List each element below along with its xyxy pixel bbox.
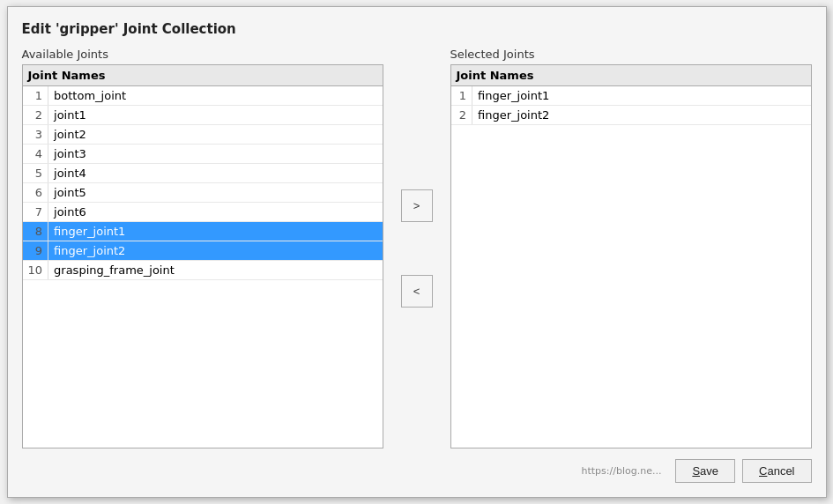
cancel-label: Cancel [759,464,794,478]
available-joint-row[interactable]: 10grasping_frame_joint [23,261,383,280]
selected-joint-row[interactable]: 2finger_joint2 [451,106,811,125]
joint-name: bottom_joint [48,86,383,106]
joint-name: joint1 [48,106,383,125]
available-joint-row[interactable]: 6joint5 [23,183,383,203]
selected-joint-row[interactable]: 1finger_joint1 [451,86,811,106]
joint-name: finger_joint1 [472,86,811,106]
dialog-title: Edit 'gripper' Joint Collection [22,21,812,37]
transfer-buttons-container: > < [390,48,443,448]
available-joint-row[interactable]: 8finger_joint1 [23,222,383,241]
joint-name: grasping_frame_joint [48,261,383,280]
row-number: 10 [23,261,48,280]
row-number: 9 [23,241,48,261]
joint-name: finger_joint1 [48,222,383,241]
available-joints-panel: Available Joints Joint Names 1bottom_joi… [22,48,383,448]
joint-name: joint4 [48,164,383,183]
cancel-button[interactable]: Cancel [742,459,811,483]
selected-joints-panel: Selected Joints Joint Names 1finger_join… [450,48,812,448]
row-number: 8 [23,222,48,241]
footer-link-text: https://blog.ne... [581,465,661,477]
joint-name: joint6 [48,203,383,222]
row-number: 2 [451,106,472,125]
available-panel-label: Available Joints [22,48,383,61]
selected-joints-table: Joint Names 1finger_joint12finger_joint2 [451,65,811,125]
selected-joints-table-container[interactable]: Joint Names 1finger_joint12finger_joint2 [450,64,812,448]
save-label: Save [692,464,718,478]
joint-name: joint5 [48,183,383,203]
available-joints-table: Joint Names 1bottom_joint2joint13joint24… [23,65,383,280]
row-number: 1 [451,86,472,106]
row-number: 4 [23,145,48,164]
row-number: 7 [23,203,48,222]
available-joint-row[interactable]: 2joint1 [23,106,383,125]
joint-name: finger_joint2 [472,106,811,125]
available-joint-row[interactable]: 9finger_joint2 [23,241,383,261]
available-column-header: Joint Names [23,65,383,86]
selected-column-header: Joint Names [451,65,811,86]
available-joints-table-container[interactable]: Joint Names 1bottom_joint2joint13joint24… [22,64,383,448]
available-joint-row[interactable]: 7joint6 [23,203,383,222]
joint-name: joint2 [48,125,383,145]
row-number: 3 [23,125,48,145]
joint-name: joint3 [48,145,383,164]
selected-panel-label: Selected Joints [450,48,812,61]
available-joint-row[interactable]: 3joint2 [23,125,383,145]
main-content: Available Joints Joint Names 1bottom_joi… [22,48,812,448]
edit-joint-collection-dialog: Edit 'gripper' Joint Collection Availabl… [7,6,827,498]
joint-name: finger_joint2 [48,241,383,261]
row-number: 2 [23,106,48,125]
dialog-footer: https://blog.ne... Save Cancel [22,459,812,483]
available-joint-row[interactable]: 5joint4 [23,164,383,183]
row-number: 1 [23,86,48,106]
move-right-button[interactable]: > [401,189,433,222]
row-number: 5 [23,164,48,183]
available-joint-row[interactable]: 1bottom_joint [23,86,383,106]
save-button[interactable]: Save [675,459,735,483]
move-left-button[interactable]: < [401,275,433,308]
row-number: 6 [23,183,48,203]
available-joint-row[interactable]: 4joint3 [23,145,383,164]
